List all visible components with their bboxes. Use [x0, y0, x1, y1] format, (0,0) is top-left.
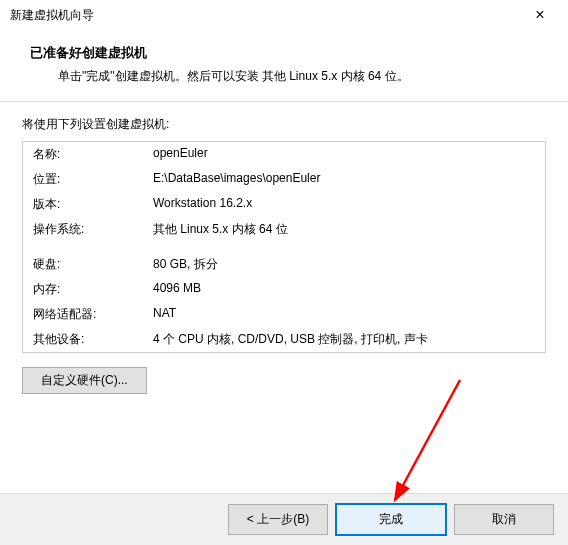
table-row: 其他设备:4 个 CPU 内核, CD/DVD, USB 控制器, 打印机, 声…: [23, 327, 545, 352]
table-row: 内存:4096 MB: [23, 277, 545, 302]
table-row: 操作系统:其他 Linux 5.x 内核 64 位: [23, 217, 545, 242]
cancel-button[interactable]: 取消: [454, 504, 554, 535]
row-key: 位置:: [23, 167, 143, 192]
window-title: 新建虚拟机向导: [10, 7, 94, 24]
row-value: 4096 MB: [143, 277, 545, 302]
summary-panel: 名称:openEuler 位置:E:\DataBase\images\openE…: [22, 141, 546, 353]
close-icon[interactable]: ×: [520, 0, 560, 30]
summary-table: 名称:openEuler 位置:E:\DataBase\images\openE…: [23, 142, 545, 352]
finish-button[interactable]: 完成: [336, 504, 446, 535]
row-value: E:\DataBase\images\openEuler: [143, 167, 545, 192]
row-key: 其他设备:: [23, 327, 143, 352]
page-subheading: 单击"完成"创建虚拟机。然后可以安装 其他 Linux 5.x 内核 64 位。: [30, 68, 538, 85]
row-key: 版本:: [23, 192, 143, 217]
table-row: 位置:E:\DataBase\images\openEuler: [23, 167, 545, 192]
row-key: 硬盘:: [23, 252, 143, 277]
row-key: 网络适配器:: [23, 302, 143, 327]
row-key: 名称:: [23, 142, 143, 167]
row-value: 4 个 CPU 内核, CD/DVD, USB 控制器, 打印机, 声卡: [143, 327, 545, 352]
back-button[interactable]: < 上一步(B): [228, 504, 328, 535]
content-area: 将使用下列设置创建虚拟机: 名称:openEuler 位置:E:\DataBas…: [0, 102, 568, 394]
row-value: 80 GB, 拆分: [143, 252, 545, 277]
table-row: 硬盘:80 GB, 拆分: [23, 252, 545, 277]
customize-hardware-button[interactable]: 自定义硬件(C)...: [22, 367, 147, 394]
page-heading: 已准备好创建虚拟机: [30, 44, 538, 62]
customize-row: 自定义硬件(C)...: [22, 367, 546, 394]
wizard-header: 已准备好创建虚拟机 单击"完成"创建虚拟机。然后可以安装 其他 Linux 5.…: [0, 30, 568, 101]
svg-line-0: [395, 380, 460, 500]
table-row: 网络适配器:NAT: [23, 302, 545, 327]
row-value: NAT: [143, 302, 545, 327]
row-value: openEuler: [143, 142, 545, 167]
row-value: 其他 Linux 5.x 内核 64 位: [143, 217, 545, 242]
row-key: 内存:: [23, 277, 143, 302]
wizard-footer: < 上一步(B) 完成 取消: [0, 493, 568, 545]
table-row: 版本:Workstation 16.2.x: [23, 192, 545, 217]
row-key: 操作系统:: [23, 217, 143, 242]
titlebar: 新建虚拟机向导 ×: [0, 0, 568, 30]
row-value: Workstation 16.2.x: [143, 192, 545, 217]
table-row: 名称:openEuler: [23, 142, 545, 167]
intro-text: 将使用下列设置创建虚拟机:: [22, 116, 546, 133]
